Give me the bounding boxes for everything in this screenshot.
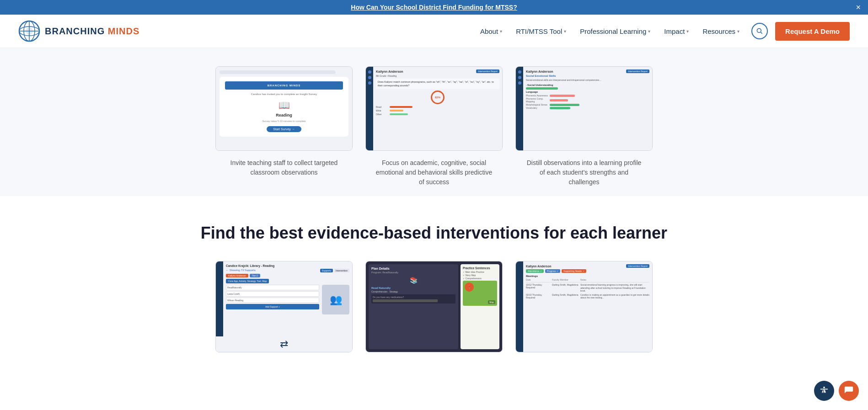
announcement-banner: How Can Your School District Find Fundin…	[0, 0, 868, 15]
svg-line-7	[761, 32, 762, 34]
screenshot-library: Candice Krajcik: Library - Reading ← Sho…	[215, 261, 353, 352]
chevron-down-icon: ▾	[648, 29, 650, 34]
chevron-down-icon: ▾	[500, 29, 502, 34]
bottom-card-meetings: Kailynn Anderson Intervention Report Att…	[515, 261, 653, 352]
card-caption-1: Invite teaching staff to collect targete…	[225, 158, 343, 177]
svg-point-6	[757, 28, 761, 32]
banner-close-button[interactable]: ×	[856, 3, 861, 11]
interventions-heading: Find the best evidence-based interventio…	[18, 224, 850, 243]
feature-card-survey: BRANCHING MINDS Candice has invited you …	[215, 66, 353, 187]
feature-cards-section: BRANCHING MINDS Candice has invited you …	[0, 48, 868, 196]
banner-link[interactable]: How Can Your School District Find Fundin…	[351, 4, 517, 11]
nav-rti-mtss[interactable]: RTI/MTSS Tool ▾	[510, 24, 572, 39]
request-demo-button[interactable]: Request A Demo	[775, 22, 850, 41]
logo-text: BRANCHING MINDS	[45, 26, 139, 37]
nav-about[interactable]: About ▾	[475, 24, 508, 39]
search-icon	[756, 27, 763, 35]
logo[interactable]: BRANCHING MINDS	[18, 20, 139, 42]
nav-professional-learning[interactable]: Professional Learning ▾	[574, 24, 656, 39]
card-caption-2: Focus on academic, cognitive, social emo…	[375, 158, 493, 187]
feature-card-insight: Kailynn Anderson Intervention Report 8th…	[365, 66, 503, 187]
bottom-card-library: Candice Krajcik: Library - Reading ← Sho…	[215, 261, 353, 352]
main-nav: About ▾ RTI/MTSS Tool ▾ Professional Lea…	[475, 22, 850, 41]
screenshot-insight: Kailynn Anderson Intervention Report 8th…	[365, 66, 503, 151]
screenshot-meetings: Kailynn Anderson Intervention Report Att…	[515, 261, 653, 352]
card-caption-3: Distill observations into a learning pro…	[525, 158, 643, 187]
chevron-down-icon: ▾	[737, 29, 739, 34]
nav-impact[interactable]: Impact ▾	[659, 24, 694, 39]
bottom-cards-section: Candice Krajcik: Library - Reading ← Sho…	[0, 252, 868, 371]
feature-card-profile: Kailynn Anderson Intervention Report Soc…	[515, 66, 653, 187]
chevron-down-icon: ▾	[686, 29, 689, 34]
screenshot-plan: Plan Details Program: ReadNaturally 📚 Re…	[365, 261, 503, 352]
screenshot-profile: Kailynn Anderson Intervention Report Soc…	[515, 66, 653, 151]
site-header: BRANCHING MINDS About ▾ RTI/MTSS Tool ▾ …	[0, 15, 868, 48]
interventions-heading-section: Find the best evidence-based interventio…	[0, 196, 868, 252]
logo-icon	[18, 20, 40, 42]
search-button[interactable]	[751, 23, 768, 39]
screenshot-survey: BRANCHING MINDS Candice has invited you …	[215, 66, 353, 151]
bottom-card-plan: Plan Details Program: ReadNaturally 📚 Re…	[365, 261, 503, 352]
nav-resources[interactable]: Resources ▾	[697, 24, 745, 39]
chevron-down-icon: ▾	[564, 29, 566, 34]
